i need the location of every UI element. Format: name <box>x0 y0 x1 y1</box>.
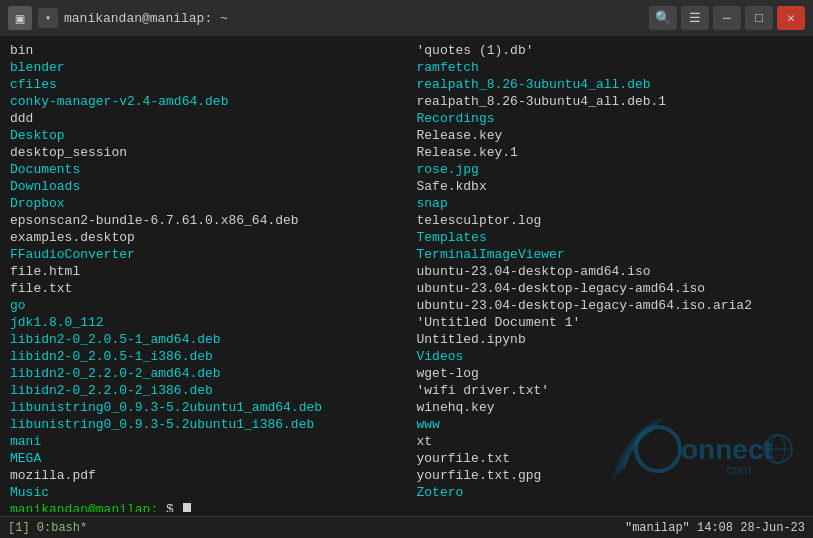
list-item: 'quotes (1).db' <box>417 42 804 59</box>
list-item: realpath_8.26-3ubuntu4_all.deb <box>417 76 804 93</box>
list-item: MEGA <box>10 450 397 467</box>
list-item: ubuntu-23.04-desktop-amd64.iso <box>417 263 804 280</box>
list-item: TerminalImageViewer <box>417 246 804 263</box>
list-item: mani <box>10 433 397 450</box>
titlebar-left: ▣ ▾ manikandan@manilap: ~ <box>8 6 228 30</box>
list-item: file.txt <box>10 280 397 297</box>
list-item: go <box>10 297 397 314</box>
list-item: Music <box>10 484 397 501</box>
list-item: Downloads <box>10 178 397 195</box>
cursor <box>183 503 191 512</box>
list-item: ubuntu-23.04-desktop-legacy-amd64.iso.ar… <box>417 297 804 314</box>
list-item: xt <box>417 433 804 450</box>
list-item: file.html <box>10 263 397 280</box>
list-item: Desktop <box>10 127 397 144</box>
list-item: ubuntu-23.04-desktop-legacy-amd64.iso <box>417 280 804 297</box>
list-item: libidn2-0_2.2.0-2_i386.deb <box>10 382 397 399</box>
list-item: www <box>417 416 804 433</box>
list-item: ramfetch <box>417 59 804 76</box>
statusbar: [1] 0:bash* "manilap" 14:08 28-Jun-23 <box>0 516 813 538</box>
list-item: Zotero <box>417 484 804 501</box>
list-item: examples.desktop <box>10 229 397 246</box>
list-item: conky-manager-v2.4-amd64.deb <box>10 93 397 110</box>
list-item: libunistring0_0.9.3-5.2ubuntu1_amd64.deb <box>10 399 397 416</box>
list-item: Videos <box>417 348 804 365</box>
left-column: binblendercfilesconky-manager-v2.4-amd64… <box>0 40 407 512</box>
list-item: Safe.kdbx <box>417 178 804 195</box>
list-item: Release.key.1 <box>417 144 804 161</box>
menu-button[interactable]: ☰ <box>681 6 709 30</box>
list-item: 'Untitled Document 1' <box>417 314 804 331</box>
list-item: bin <box>10 42 397 59</box>
list-item: yourfile.txt <box>417 450 804 467</box>
list-item: Templates <box>417 229 804 246</box>
statusbar-session: [1] 0:bash* <box>8 521 87 535</box>
titlebar-buttons: 🔍 ☰ ─ □ ✕ <box>649 6 805 30</box>
list-item: blender <box>10 59 397 76</box>
list-item: 'wifi driver.txt' <box>417 382 804 399</box>
list-item: wget-log <box>417 365 804 382</box>
list-item: cfiles <box>10 76 397 93</box>
list-item: FFaudioConverter <box>10 246 397 263</box>
list-item: snap <box>417 195 804 212</box>
list-item: libidn2-0_2.0.5-1_amd64.deb <box>10 331 397 348</box>
list-item: desktop_session <box>10 144 397 161</box>
list-item: libunistring0_0.9.3-5.2ubuntu1_i386.deb <box>10 416 397 433</box>
list-item: telesculptor.log <box>417 212 804 229</box>
titlebar: ▣ ▾ manikandan@manilap: ~ 🔍 ☰ ─ □ ✕ <box>0 0 813 36</box>
list-item: Release.key <box>417 127 804 144</box>
close-button[interactable]: ✕ <box>777 6 805 30</box>
list-item: epsonscan2-bundle-6.7.61.0.x86_64.deb <box>10 212 397 229</box>
list-item: winehq.key <box>417 399 804 416</box>
list-item: Documents <box>10 161 397 178</box>
list-item: realpath_8.26-3ubuntu4_all.deb.1 <box>417 93 804 110</box>
minimize-button[interactable]: ─ <box>713 6 741 30</box>
list-item: Dropbox <box>10 195 397 212</box>
list-item: manikandan@manilap: $ <box>10 501 397 512</box>
list-item: libidn2-0_2.2.0-2_amd64.deb <box>10 365 397 382</box>
right-column: 'quotes (1).db'ramfetchrealpath_8.26-3ub… <box>407 40 814 512</box>
terminal-icon: ▣ <box>8 6 32 30</box>
list-item: jdk1.8.0_112 <box>10 314 397 331</box>
search-button[interactable]: 🔍 <box>649 6 677 30</box>
terminal-body: binblendercfilesconky-manager-v2.4-amd64… <box>0 36 813 516</box>
list-item: yourfile.txt.gpg <box>417 467 804 484</box>
list-item: Untitled.ipynb <box>417 331 804 348</box>
list-item: ddd <box>10 110 397 127</box>
statusbar-info: "manilap" 14:08 28-Jun-23 <box>625 521 805 535</box>
prompt-text: manikandan@manilap: <box>10 502 158 512</box>
list-item: mozilla.pdf <box>10 467 397 484</box>
titlebar-title: manikandan@manilap: ~ <box>64 11 228 26</box>
list-item: Recordings <box>417 110 804 127</box>
list-item: libidn2-0_2.0.5-1_i386.deb <box>10 348 397 365</box>
maximize-button[interactable]: □ <box>745 6 773 30</box>
list-item: rose.jpg <box>417 161 804 178</box>
titlebar-dropdown[interactable]: ▾ <box>38 8 58 28</box>
